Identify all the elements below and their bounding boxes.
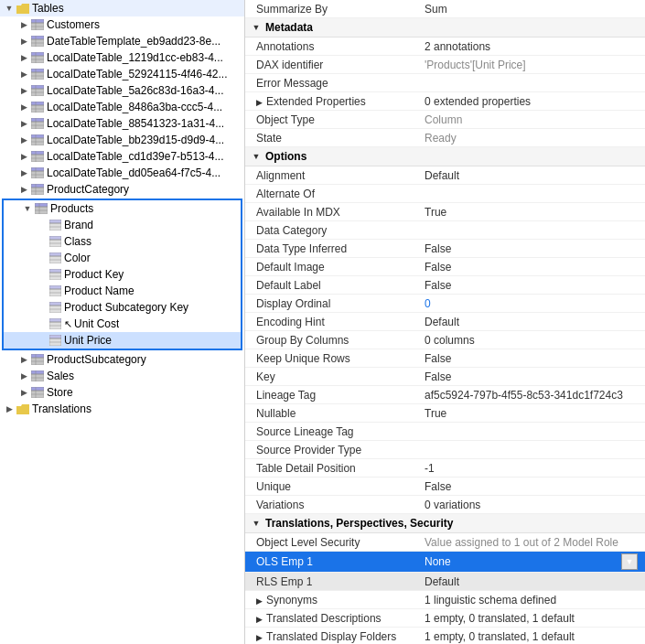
prop-row-translated-display-folders[interactable]: ▶Translated Display Folders1 empty, 0 tr… <box>245 628 645 644</box>
prop-row-translated-descriptions[interactable]: ▶Translated Descriptions1 empty, 0 trans… <box>245 609 645 628</box>
prop-expand-icon[interactable]: ▶ <box>256 633 263 642</box>
prop-row-extended-properties[interactable]: ▶Extended Properties0 extended propertie… <box>245 92 645 111</box>
expand-icon-productcategory[interactable]: ▶ <box>18 184 29 195</box>
prop-expand-icon[interactable]: ▶ <box>256 615 263 624</box>
prop-row-nullable[interactable]: NullableTrue <box>245 404 645 423</box>
svg-rect-73 <box>49 269 61 273</box>
prop-row-key[interactable]: KeyFalse <box>245 368 645 386</box>
expand-icon-localtable7[interactable]: ▶ <box>18 151 29 162</box>
dropdown-arrow-icon[interactable]: ▼ <box>621 553 638 570</box>
tree-item-localtable2[interactable]: ▶ LocalDateTable_52924115-4f46-42... <box>0 66 244 82</box>
section-header-metadata[interactable]: ▼Metadata <box>245 18 645 38</box>
prop-row-alternate-of[interactable]: Alternate Of <box>245 185 645 203</box>
prop-expand-icon[interactable]: ▶ <box>256 98 263 107</box>
expand-icon-localtable4[interactable]: ▶ <box>18 102 29 113</box>
tree-item-localtable1[interactable]: ▶ LocalDateTable_1219d1cc-eb83-4... <box>0 49 244 66</box>
prop-name-default-image: Default Image <box>245 259 419 275</box>
prop-row-data-category[interactable]: Data Category <box>245 221 645 240</box>
prop-row-summarize-by[interactable]: Summarize BySum <box>245 0 645 18</box>
expand-icon-localtable2[interactable]: ▶ <box>18 69 29 80</box>
expand-icon-localtable8[interactable]: ▶ <box>18 167 29 178</box>
prop-row-table-detail-position[interactable]: Table Detail Position-1 <box>245 459 645 478</box>
tree-item-localtable5[interactable]: ▶ LocalDateTable_88541323-1a31-4... <box>0 115 244 132</box>
tree-label-productname: Product Name <box>64 284 134 297</box>
prop-value-ols-emp-1[interactable]: None▼ <box>419 552 645 572</box>
prop-name-keep-unique-rows: Keep Unique Rows <box>245 350 419 367</box>
prop-row-object-level-security[interactable]: Object Level SecurityValue assigned to 1… <box>245 533 645 552</box>
tree-label-class: Class <box>64 235 91 248</box>
prop-row-encoding-hint[interactable]: Encoding HintDefault <box>245 313 645 331</box>
prop-row-data-type-inferred[interactable]: Data Type InferredFalse <box>245 240 645 258</box>
prop-value-lineage-tag: af5c5924-797b-4f55-8c53-341dc1f724c3 <box>419 387 645 403</box>
prop-row-default-image[interactable]: Default ImageFalse <box>245 258 645 276</box>
prop-row-group-by-columns[interactable]: Group By Columns0 columns <box>245 331 645 349</box>
tree-item-productsubcategory[interactable]: ▶ ProductSubcategory <box>0 351 244 368</box>
tree-item-productkey[interactable]: Product Key <box>4 266 241 283</box>
expand-icon-store[interactable]: ▶ <box>18 387 29 398</box>
expand-icon-localtable6[interactable]: ▶ <box>18 134 29 145</box>
section-label-translations: Translations, Perspectives, Security <box>265 517 453 530</box>
prop-name-summarize-by: Summarize By <box>245 1 419 17</box>
tree-item-localtable3[interactable]: ▶ LocalDateTable_5a26c83d-16a3-4... <box>0 82 244 99</box>
tree-label-localtable7: LocalDateTable_cd1d39e7-b513-4... <box>47 150 223 163</box>
prop-row-source-lineage-tag[interactable]: Source Lineage Tag <box>245 423 645 441</box>
table-icon-localtable4 <box>31 102 44 113</box>
tree-item-sales[interactable]: ▶ Sales <box>0 368 244 384</box>
expand-icon-products[interactable]: ▼ <box>22 203 33 214</box>
prop-row-variations[interactable]: Variations0 variations <box>245 496 645 514</box>
expand-icon-datetable1[interactable]: ▶ <box>18 36 29 47</box>
prop-name-error-message: Error Message <box>245 75 419 91</box>
tree-item-brand[interactable]: Brand <box>4 217 241 233</box>
tree-item-localtable4[interactable]: ▶ LocalDateTable_8486a3ba-ccc5-4... <box>0 99 244 115</box>
expand-icon-localtable3[interactable]: ▶ <box>18 85 29 96</box>
prop-row-ols-emp-1[interactable]: OLS Emp 1None▼ <box>245 552 645 573</box>
expand-icon-productsubcategory[interactable]: ▶ <box>18 354 29 365</box>
tree-item-tables-root[interactable]: ▼Tables <box>0 0 244 16</box>
prop-row-alignment[interactable]: AlignmentDefault <box>245 166 645 185</box>
prop-row-error-message[interactable]: Error Message <box>245 74 645 92</box>
expand-icon-sales[interactable]: ▶ <box>18 370 29 381</box>
tree-item-localtable6[interactable]: ▶ LocalDateTable_bb239d15-d9d9-4... <box>0 132 244 148</box>
tree-item-productname[interactable]: Product Name <box>4 283 241 299</box>
prop-row-lineage-tag[interactable]: Lineage Tagaf5c5924-797b-4f55-8c53-341dc… <box>245 386 645 404</box>
tree-label-localtable3: LocalDateTable_5a26c83d-16a3-4... <box>47 84 223 97</box>
prop-row-state[interactable]: StateReady <box>245 129 645 147</box>
expand-icon-localtable5[interactable]: ▶ <box>18 118 29 129</box>
tree-item-unitprice[interactable]: Unit Price <box>4 332 241 349</box>
tree-item-store[interactable]: ▶ Store <box>0 384 244 401</box>
prop-row-default-label[interactable]: Default LabelFalse <box>245 276 645 295</box>
prop-row-rls-emp-1[interactable]: RLS Emp 1Default <box>245 573 645 591</box>
svg-rect-61 <box>49 220 61 223</box>
tree-item-customers[interactable]: ▶ Customers <box>0 16 244 33</box>
expand-icon-localtable1[interactable]: ▶ <box>18 52 29 63</box>
prop-value-object-type: Column <box>419 112 645 128</box>
tree-item-productsubcategorykey[interactable]: Product Subcategory Key <box>4 299 241 316</box>
prop-row-annotations[interactable]: Annotations2 annotations <box>245 38 645 56</box>
prop-expand-icon[interactable]: ▶ <box>256 596 263 606</box>
prop-row-keep-unique-rows[interactable]: Keep Unique RowsFalse <box>245 349 645 368</box>
prop-value-data-category <box>419 229 645 232</box>
expand-icon-translations[interactable]: ▶ <box>4 403 15 414</box>
tree-item-productcategory[interactable]: ▶ ProductCategory <box>0 181 244 198</box>
tree-item-unitcost[interactable]: ↖Unit Cost <box>4 316 241 332</box>
tree-item-datetable1[interactable]: ▶ DateTableTemplate_eb9add23-8e... <box>0 33 244 49</box>
tree-item-localtable8[interactable]: ▶ LocalDateTable_dd05ea64-f7c5-4... <box>0 165 244 181</box>
tree-label-products: Products <box>50 202 93 215</box>
tree-item-products[interactable]: ▼ Products <box>4 200 241 217</box>
tree-item-localtable7[interactable]: ▶ LocalDateTable_cd1d39e7-b513-4... <box>0 148 244 165</box>
expand-icon-customers[interactable]: ▶ <box>18 19 29 30</box>
prop-row-unique[interactable]: UniqueFalse <box>245 478 645 496</box>
prop-row-source-provider-type[interactable]: Source Provider Type <box>245 441 645 459</box>
table-icon-localtable8 <box>31 167 44 178</box>
prop-row-dax-identifier[interactable]: DAX identifier'Products'[Unit Price] <box>245 56 645 74</box>
prop-row-object-type[interactable]: Object TypeColumn <box>245 111 645 129</box>
prop-row-synonyms[interactable]: ▶Synonyms1 linguistic schema defined <box>245 591 645 609</box>
prop-row-available-in-mdx[interactable]: Available In MDXTrue <box>245 203 645 221</box>
tree-item-translations[interactable]: ▶Translations <box>0 401 244 417</box>
section-header-options[interactable]: ▼Options <box>245 147 645 166</box>
tree-item-color[interactable]: Color <box>4 250 241 266</box>
expand-icon-tables-root[interactable]: ▼ <box>4 3 15 14</box>
prop-row-display-ordinal[interactable]: Display Ordinal0 <box>245 295 645 313</box>
tree-item-class[interactable]: Class <box>4 233 241 250</box>
section-header-translations[interactable]: ▼Translations, Perspectives, Security <box>245 514 645 533</box>
